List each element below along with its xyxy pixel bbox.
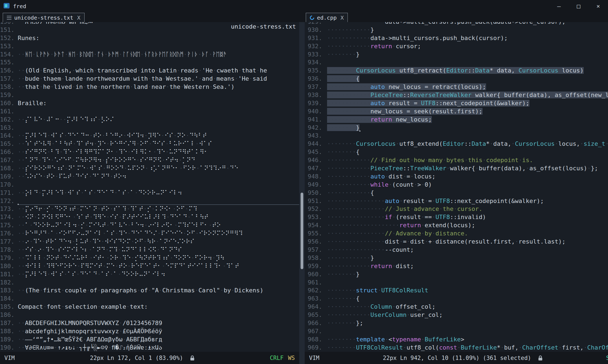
- code-line[interactable]: 961.: [305, 278, 608, 287]
- whitespace-dots: ·: [213, 75, 216, 82]
- code-line[interactable]: 931.············data->multi_cursors.push…: [305, 34, 608, 42]
- code-line[interactable]: 179.··⠩⠁⠇⠇·⠝⠕⠞·⠙⠊⠌⠥⠗⠃·⠊⠞⠂·⠕⠗·⠹⠑·⡊⠳⠝⠞⠗⠹⠰⠎…: [0, 254, 299, 262]
- code-area-left[interactable]: 150.··እግርህን·በፍራሽህ·ልክ·ዘርጋ።151.152.Runes:1…: [0, 22, 299, 352]
- code-line[interactable]: 934.: [305, 58, 608, 66]
- code-line[interactable]: 167.··⠁⠝⠙·⠹⠑·⠡⠊⠑⠋·⠍⠳⠗⠝⠻⠲·⡎⠊⠗⠕⠕⠛⠑·⠎⠊⠛⠝⠫·⠊…: [0, 156, 299, 164]
- code-line[interactable]: 176.··⠗⠑⠛⠜⠙·⠁·⠊⠕⠋⠋⠔⠤⠝⠁⠊⠇·⠁⠎·⠹⠑·⠙⠑⠁⠙⠑⠌·⠏⠊…: [0, 229, 299, 238]
- code-line[interactable]: 157.··bude·thaem·lande·northweardum·with…: [0, 75, 299, 83]
- code-line[interactable]: 162.··⡌⠁⠧⠑·⠼⠁⠒··⡍⠜⠇⠑⠹⠰⠎·⡣⠕⠌: [0, 116, 299, 124]
- code-line[interactable]: 171.··⡕⠇⠙·⡍⠜⠇⠑⠹·⠺⠁⠎·⠁⠎·⠙⠑⠁⠙·⠁⠎·⠁·⠙⠕⠕⠗⠤⠝⠁…: [0, 189, 299, 197]
- code-line[interactable]: 951.················auto·result·=·UTF8::…: [305, 197, 608, 205]
- code-line[interactable]: 174.··⠪⠝·⠅⠝⠪⠇⠫⠛⠑⠂·⠱⠁⠞·⠹⠻⠑·⠊⠎·⠏⠜⠞⠊⠊⠥⠇⠜⠇⠹·…: [0, 213, 299, 221]
- code-line[interactable]: 172.: [0, 197, 299, 205]
- whitespace-dots: ················: [327, 198, 385, 204]
- code-line[interactable]: 935.········CursorLocus·utf8_retract(Edi…: [305, 66, 608, 75]
- code-line[interactable]: 957.················--count;: [305, 246, 608, 254]
- code-line[interactable]: 161.: [0, 107, 299, 116]
- code-line[interactable]: 152.Runes:: [0, 34, 299, 42]
- code-line[interactable]: 969.········UTF8ColResult·utf8_col(const…: [305, 344, 608, 352]
- code-line[interactable]: 939.············auto·result·=·UTF8::next…: [305, 99, 608, 107]
- code-line[interactable]: 189.··–—‘“”„†•…‰™œŠŸž€·ΑΒΓΔΩαβγδω·АБВГДа…: [0, 335, 299, 344]
- code-line[interactable]: 944.········CursorLocus·utf8_extend(Edit…: [305, 140, 608, 148]
- code-line[interactable]: 946.············//·Find·out·how·many·byt…: [305, 156, 608, 164]
- code-line[interactable]: 181.··⡍⠜⠇⠑⠹·⠺⠁⠎·⠁⠎·⠙⠑⠁⠙·⠁⠎·⠁·⠙⠕⠕⠗⠤⠝⠁⠊⠇⠲: [0, 270, 299, 278]
- code-line[interactable]: 953.················if·(result·==·UTF8::…: [305, 213, 608, 221]
- code-line[interactable]: 177.··⠔·⠹⠑·⠞⠗⠁⠙⠑⠲·⡃⠥⠞·⠹⠑·⠺⠊⠎⠙⠕⠍·⠕⠋·⠳⠗·⠁⠝…: [0, 238, 299, 246]
- code-line[interactable]: 185.Compact·font·selection·example·text:: [0, 303, 299, 311]
- code-line[interactable]: 943.: [305, 132, 608, 140]
- whitespace-dots: ·: [396, 67, 399, 74]
- tab-close-icon[interactable]: X: [77, 14, 80, 21]
- code-line[interactable]: 936.········{: [305, 75, 608, 83]
- code-line[interactable]: 933.········}: [305, 50, 608, 59]
- code-line[interactable]: 932.············return·cursor;: [305, 42, 608, 50]
- code-line[interactable]: 949.············while·(count·>·0): [305, 181, 608, 189]
- close-button[interactable]: ×: [588, 0, 608, 12]
- code-line[interactable]: 153.: [0, 42, 299, 50]
- code-line[interactable]: 942.········}: [305, 124, 608, 132]
- tab-unicode-stress-txt[interactable]: unicode-stress.txt X: [3, 13, 85, 22]
- code-line[interactable]: 187.··ABCDEFGHIJKLMNOPQRSTUVWXYZ·/012345…: [0, 319, 299, 327]
- code-line[interactable]: 941.············return·new_locus;: [305, 116, 608, 124]
- code-line[interactable]: 952.················//·Just·advance·the·…: [305, 205, 608, 213]
- maximize-button[interactable]: □: [569, 0, 588, 12]
- code-line[interactable]: 186.: [0, 311, 299, 319]
- code-line[interactable]: 188.··abcdefghijklmnopqrstuvwxyz·£©µÀÆÖÞ…: [0, 327, 299, 335]
- code-line[interactable]: 175.··⠁·⠙⠕⠕⠗⠤⠝⠁⠊⠇⠲·⡊·⠍⠊⠣⠞·⠙⠁⠧⠑·⠃⠑⠲·⠔⠊⠇⠔⠫…: [0, 221, 299, 229]
- minimize-button[interactable]: —: [549, 0, 569, 12]
- code-line[interactable]: 958.············}: [305, 254, 608, 262]
- code-line[interactable]: 940.············new_locus·=·seek(result.…: [305, 107, 608, 116]
- code-line[interactable]: 156.··(Old·English,·which·transcribed·in…: [0, 66, 299, 75]
- code-line[interactable]: 956.················dist·=·dist·+·distan…: [305, 238, 608, 246]
- code-line[interactable]: 965.············UserColumn·user_col;: [305, 311, 608, 319]
- code-line[interactable]: 182.: [0, 278, 299, 287]
- code-line[interactable]: 937.············auto·new_locus·=·retract…: [305, 83, 608, 91]
- code-line[interactable]: 954.····················return·extend(lo…: [305, 221, 608, 229]
- code-line[interactable]: 183.··(The·first·couple·of·paragraphs·of…: [0, 286, 299, 295]
- code-line[interactable]: 163.: [0, 124, 299, 132]
- code-line[interactable]: 959.············return·dist;: [305, 262, 608, 270]
- code-line[interactable]: 960.········}: [305, 270, 608, 278]
- titlebar[interactable]: fred — □ ×: [0, 0, 608, 12]
- code-line[interactable]: 929.················data->multi_cursors.…: [305, 22, 608, 26]
- code-line[interactable]: 170.: [0, 181, 299, 189]
- code-line[interactable]: 950.············{: [305, 189, 608, 197]
- code-line[interactable]: 963.········{: [305, 295, 608, 303]
- code-line[interactable]: 154.··ᚻᛖ·ᚳᚹᚫᚦ·ᚦᚫᛏ·ᚻᛖ·ᛒᚢᛞᛖ·ᚩᚾ·ᚦᚫᛗ·ᛚᚪᚾᛞᛖ·ᚾ…: [0, 50, 299, 59]
- code-line[interactable]: 155.: [0, 58, 299, 66]
- code-line[interactable]: 938.············PieceTree::ReverseTreeWa…: [305, 91, 608, 99]
- code-line[interactable]: 166.··⠎⠊⠛⠝⠫·⠃⠹·⠹⠑·⠊⠇⠻⠛⠹⠍⠁⠝⠂·⠹⠑·⠊⠇⠻⠅⠂·⠹⠑·…: [0, 148, 299, 156]
- scrollbar-thumb[interactable]: [301, 193, 303, 269]
- code-line[interactable]: 947.············PieceTree::TreeWalker·wa…: [305, 164, 608, 172]
- tab-close-icon[interactable]: X: [340, 14, 344, 21]
- code-line[interactable]: 173.··⡍⠔⠙⠖·⡊·⠙⠕⠝⠰⠞·⠍⠑⠁⠝·⠞⠕·⠎⠁⠹·⠹⠁⠞·⡊·⠅⠝⠪…: [0, 205, 299, 213]
- code-line[interactable]: 964.············Column·offset_col;: [305, 303, 608, 311]
- code-line[interactable]: 968.········template·<typename·BufferLik…: [305, 335, 608, 344]
- tab-ed-cpp[interactable]: ed.cpp X: [306, 13, 348, 22]
- code-line[interactable]: 159.: [0, 91, 299, 99]
- code-line[interactable]: 967.: [305, 327, 608, 335]
- pane-divider[interactable]: [299, 22, 305, 364]
- code-line[interactable]: 178.··⠊⠎·⠔·⠹⠑·⠎⠊⠍⠊⠇⠑⠆·⠁⠝⠙·⠍⠹·⠥⠝⠙⠁⠇⠇⠪⠫·⠙⠁…: [0, 246, 299, 254]
- code-line[interactable]: 190.··∀∂∈ℝ∧∪≡∞·↑↗↨↻⇣·┐┼╔╘░►☺♀·ﬁ�⑀₂ἠḂӥẄɐː…: [0, 344, 299, 352]
- whitespace-dots: ·: [180, 83, 184, 90]
- selection-highlight: ········CursorLocus·utf8_retract(Editor:…: [327, 67, 584, 74]
- code-line[interactable]: 966.········};: [305, 319, 608, 327]
- code-line[interactable]: 160.Braille:: [0, 99, 299, 107]
- whitespace-dots: ·: [166, 83, 169, 90]
- code-line[interactable]: 180.··⠺⠊⠇⠇·⠹⠻⠑⠋⠕⠗⠑·⠏⠻⠍⠊⠞·⠍⠑·⠞⠕·⠗⠑⠏⠑⠁⠞⠂·⠑…: [0, 262, 299, 270]
- code-line[interactable]: 184.: [0, 295, 299, 303]
- code-line[interactable]: 945.········{: [305, 148, 608, 156]
- code-line[interactable]: 930.············}: [305, 26, 608, 34]
- code-line[interactable]: 955.················//·Advance·by·distan…: [305, 229, 608, 238]
- code-line[interactable]: 158.··that·he·lived·in·the·northern·land…: [0, 83, 299, 91]
- whitespace-dots: ·: [195, 287, 198, 294]
- code-line[interactable]: 168.··⡎⠊⠗⠕⠕⠛⠑⠰⠎·⠝⠁⠍⠑·⠺⠁⠎·⠛⠕⠕⠙·⠥⠏⠕⠝·⠰⡡⠁⠝⠛…: [0, 164, 299, 172]
- code-line[interactable]: 169.··⠡⠕⠎⠑·⠞⠕·⠏⠥⠞·⠙⠊⠎·⠙⠁⠝⠙·⠞⠕⠲: [0, 172, 299, 181]
- code-line[interactable]: 962.········struct·UTF8ColResult: [305, 286, 608, 295]
- code-line[interactable]: 165.··⠱⠁⠞⠑⠧⠻·⠁⠃⠳⠞·⠹⠁⠞⠲·⡹⠑·⠗⠑⠛⠊⠌⠻·⠕⠋·⠙⠊⠎·…: [0, 140, 299, 148]
- whitespace-dots: ·: [223, 263, 226, 269]
- code-line[interactable]: 164.··⡍⠜⠇⠑⠹·⠺⠁⠎·⠙⠑⠁⠙⠒·⠞⠕·⠃⠑⠛⠔·⠺⠊⠹⠲·⡹⠻⠑·⠊…: [0, 132, 299, 140]
- code-line[interactable]: 948.············auto·dist·=·locus;: [305, 172, 608, 181]
- code-area-right[interactable]: 929.················data->multi_cursors.…: [305, 22, 608, 352]
